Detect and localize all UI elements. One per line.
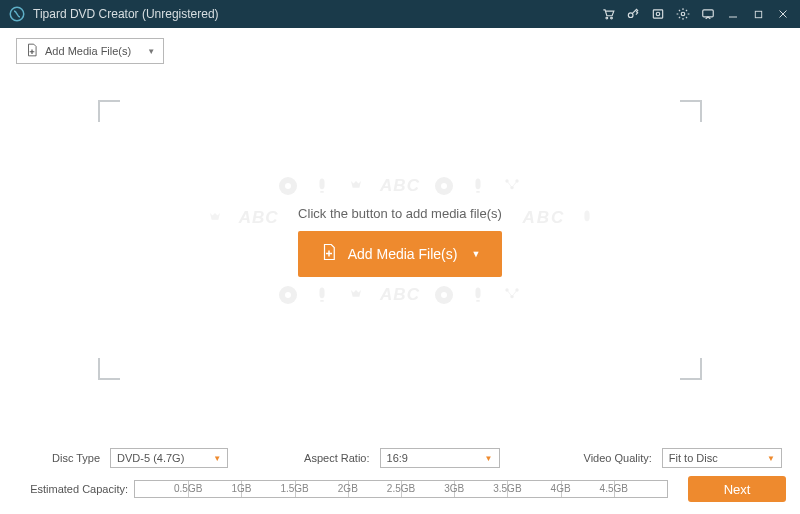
corner-decoration	[98, 358, 120, 380]
disc-type-value: DVD-5 (4.7G)	[117, 452, 184, 464]
capacity-tick-label: 4.5GB	[600, 483, 628, 494]
chevron-down-icon: ▼	[767, 454, 775, 463]
add-media-button[interactable]: Add Media File(s) ▼	[298, 231, 503, 277]
add-media-label: Add Media File(s)	[348, 246, 458, 262]
svg-point-5	[656, 12, 660, 16]
capacity-tick-label: 3GB	[444, 483, 464, 494]
disc-type-select[interactable]: DVD-5 (4.7G) ▼	[110, 448, 228, 468]
settings-icon[interactable]	[674, 5, 692, 23]
footer: Disc Type DVD-5 (4.7G) ▼ Aspect Ratio: 1…	[0, 438, 800, 514]
capacity-tick-label: 4GB	[551, 483, 571, 494]
next-button[interactable]: Next	[688, 476, 786, 502]
svg-point-13	[285, 183, 291, 189]
svg-rect-7	[703, 10, 714, 17]
add-file-icon	[25, 43, 39, 59]
capacity-tick-label: 1.5GB	[280, 483, 308, 494]
chevron-down-icon: ▼	[147, 47, 155, 56]
svg-point-21	[435, 286, 453, 304]
svg-point-6	[681, 12, 685, 16]
app-title: Tipard DVD Creator (Unregistered)	[33, 7, 219, 21]
svg-point-22	[441, 292, 447, 298]
capacity-tick-label: 1GB	[231, 483, 251, 494]
aspect-ratio-select[interactable]: 16:9 ▼	[380, 448, 500, 468]
corner-decoration	[680, 358, 702, 380]
svg-rect-4	[653, 10, 662, 18]
watermark-row: ABC	[276, 174, 524, 198]
svg-point-16	[505, 179, 508, 182]
add-file-icon	[320, 243, 338, 264]
svg-point-15	[441, 183, 447, 189]
capacity-tick-label: 3.5GB	[493, 483, 521, 494]
minimize-icon[interactable]	[724, 5, 742, 23]
toolbar: Add Media File(s) ▼	[0, 28, 800, 74]
app-logo-icon	[8, 5, 26, 23]
close-icon[interactable]	[774, 5, 792, 23]
add-media-label-small: Add Media File(s)	[45, 45, 131, 57]
svg-point-2	[611, 17, 613, 19]
aspect-ratio-value: 16:9	[387, 452, 408, 464]
svg-point-18	[510, 186, 513, 189]
title-bar: Tipard DVD Creator (Unregistered)	[0, 0, 800, 28]
capacity-meter: 0.5GB1GB1.5GB2GB2.5GB3GB3.5GB4GB4.5GB	[134, 480, 668, 498]
cart-icon[interactable]	[599, 5, 617, 23]
add-media-button-small[interactable]: Add Media File(s) ▼	[16, 38, 164, 64]
capacity-label: Estimated Capacity:	[24, 483, 128, 495]
svg-point-17	[515, 179, 518, 182]
svg-point-14	[435, 177, 453, 195]
corner-decoration	[98, 100, 120, 122]
video-quality-select[interactable]: Fit to Disc ▼	[662, 448, 782, 468]
chevron-down-icon: ▼	[485, 454, 493, 463]
disc-icon[interactable]	[649, 5, 667, 23]
capacity-tick-label: 0.5GB	[174, 483, 202, 494]
svg-point-12	[279, 177, 297, 195]
svg-point-24	[515, 288, 518, 291]
maximize-icon[interactable]	[749, 5, 767, 23]
video-quality-label: Video Quality:	[584, 452, 652, 464]
chevron-down-icon: ▼	[213, 454, 221, 463]
chevron-down-icon: ▼	[471, 249, 480, 259]
svg-point-25	[510, 295, 513, 298]
drop-hint: Click the button to add media file(s)	[298, 206, 502, 221]
svg-point-20	[285, 292, 291, 298]
drop-zone[interactable]: ABC Click the button to add media file(s…	[98, 100, 702, 380]
video-quality-value: Fit to Disc	[669, 452, 718, 464]
capacity-tick-label: 2.5GB	[387, 483, 415, 494]
svg-point-3	[628, 13, 633, 18]
svg-point-19	[279, 286, 297, 304]
svg-point-23	[505, 288, 508, 291]
capacity-tick-label: 2GB	[338, 483, 358, 494]
aspect-ratio-label: Aspect Ratio:	[304, 452, 369, 464]
svg-rect-9	[755, 11, 761, 17]
key-icon[interactable]	[624, 5, 642, 23]
disc-type-label: Disc Type	[52, 452, 100, 464]
feedback-icon[interactable]	[699, 5, 717, 23]
corner-decoration	[680, 100, 702, 122]
svg-point-1	[606, 17, 608, 19]
watermark-row: ABC	[276, 283, 524, 307]
